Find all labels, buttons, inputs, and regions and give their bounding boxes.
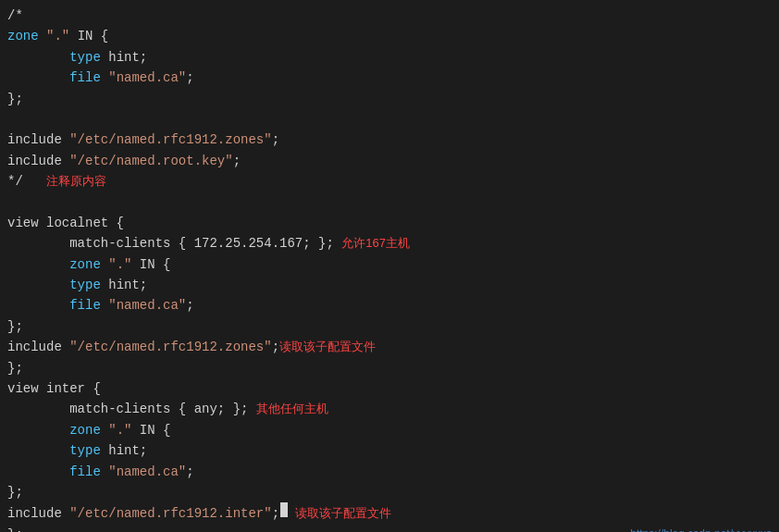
code-text xyxy=(7,275,69,295)
code-text xyxy=(334,233,341,254)
code-text xyxy=(7,295,69,315)
code-text: }; xyxy=(7,316,23,337)
code-line-5: }; xyxy=(7,89,772,109)
code-text: hint; xyxy=(101,440,147,461)
code-text xyxy=(7,462,69,482)
code-text: ; xyxy=(272,130,279,150)
comment-text: 读取该子配置文件 xyxy=(279,338,376,357)
code-line-25: include "/etc/named.rfc1912.inter"; 读取该子… xyxy=(7,502,772,524)
code-text: "." xyxy=(46,26,69,46)
code-text: zone xyxy=(69,420,108,440)
code-text: file xyxy=(69,462,101,482)
watermark: https://blog.csdn.net/yyyxxxs xyxy=(630,526,772,532)
code-text: file xyxy=(69,68,101,88)
comment-text: 其他任何主机 xyxy=(256,400,328,419)
code-text: "named.ca" xyxy=(108,68,186,88)
code-text: include xyxy=(7,337,69,357)
code-line-3: type hint; xyxy=(7,47,772,68)
code-text: ; xyxy=(186,68,193,88)
code-line-11: view localnet { xyxy=(7,213,772,233)
code-line-15: file "named.ca"; xyxy=(7,295,772,315)
code-text: */ xyxy=(7,171,23,192)
code-text: "named.ca" xyxy=(108,462,186,482)
comment-text: 注释原内容 xyxy=(46,172,106,192)
code-text: "/etc/named.root.key" xyxy=(69,151,232,171)
code-line-23: file "named.ca"; xyxy=(7,462,772,482)
code-text: ; xyxy=(233,151,241,171)
code-text xyxy=(101,68,108,88)
code-text: view inter { xyxy=(7,378,101,399)
code-line-1: /* xyxy=(7,6,772,26)
code-line-12: match-clients { 172.25.254.167; }; 允许167… xyxy=(7,233,772,254)
code-text: hint; xyxy=(101,47,147,68)
code-text: type xyxy=(69,47,101,68)
code-text: ; xyxy=(272,337,279,357)
code-line-19: view inter { xyxy=(7,378,772,399)
code-text: "named.ca" xyxy=(108,295,186,315)
code-text: zone xyxy=(69,254,108,275)
code-line-10 xyxy=(7,192,772,213)
code-text: ; xyxy=(272,503,279,524)
code-text: "/etc/named.rfc1912.zones" xyxy=(69,130,271,150)
code-line-4: file "named.ca"; xyxy=(7,68,772,88)
code-line-16: }; xyxy=(7,316,772,337)
comment-text: 允许167主机 xyxy=(341,234,410,254)
code-text: include xyxy=(7,151,69,171)
code-text xyxy=(7,420,69,440)
code-text: ; xyxy=(186,462,193,482)
code-text xyxy=(7,68,69,88)
code-editor: /* zone "." IN { type hint; file "named.… xyxy=(0,0,779,532)
code-text xyxy=(7,440,69,461)
code-text: hint; xyxy=(101,275,147,295)
code-text: file xyxy=(69,295,101,315)
code-line-6 xyxy=(7,109,772,130)
code-line-9: */ 注释原内容 xyxy=(7,171,772,192)
code-text: "/etc/named.rfc1912.inter" xyxy=(69,503,271,524)
code-text: include xyxy=(7,130,69,150)
code-text: /* xyxy=(7,6,23,26)
code-text xyxy=(7,254,69,275)
code-text: zone xyxy=(7,26,46,46)
code-text: match-clients { any; }; xyxy=(7,399,248,419)
code-text: }; xyxy=(7,482,23,502)
code-line-8: include "/etc/named.root.key"; xyxy=(7,151,772,171)
code-text: match-clients { 172.25.254.167; }; xyxy=(7,233,334,254)
code-text: "/etc/named.rfc1912.zones" xyxy=(69,337,271,357)
code-line-2: zone "." IN { xyxy=(7,26,772,46)
code-text: "." xyxy=(108,254,131,275)
code-text xyxy=(7,192,15,213)
code-text: IN { xyxy=(131,254,170,275)
code-text xyxy=(23,171,46,192)
code-text: ; xyxy=(186,295,193,315)
code-text: include xyxy=(7,503,69,524)
code-text: }; xyxy=(7,89,23,109)
code-line-13: zone "." IN { xyxy=(7,254,772,275)
code-line-20: match-clients { any; }; 其他任何主机 xyxy=(7,399,772,419)
code-line-22: type hint; xyxy=(7,440,772,461)
comment-text: 读取该子配置文件 xyxy=(295,504,391,524)
code-text xyxy=(248,399,255,419)
code-line-14: type hint; xyxy=(7,275,772,295)
code-text xyxy=(101,462,108,482)
code-line-17: include "/etc/named.rfc1912.zones";读取该子配… xyxy=(7,337,772,357)
cursor xyxy=(280,502,288,517)
code-line-24: }; xyxy=(7,482,772,502)
code-line-7: include "/etc/named.rfc1912.zones"; xyxy=(7,130,772,150)
code-text: IN { xyxy=(69,26,108,46)
code-text xyxy=(7,109,15,130)
code-line-18: }; xyxy=(7,358,772,378)
code-text: "." xyxy=(108,420,131,440)
code-text: IN { xyxy=(131,420,170,440)
code-text: type xyxy=(69,275,101,295)
code-text: }; xyxy=(7,358,23,378)
code-text xyxy=(7,47,69,68)
code-text xyxy=(288,503,295,524)
code-text: }; xyxy=(7,525,23,532)
code-line-21: zone "." IN { xyxy=(7,420,772,440)
code-text: type xyxy=(69,440,101,461)
code-text: view localnet { xyxy=(7,213,124,233)
code-text xyxy=(101,295,108,315)
